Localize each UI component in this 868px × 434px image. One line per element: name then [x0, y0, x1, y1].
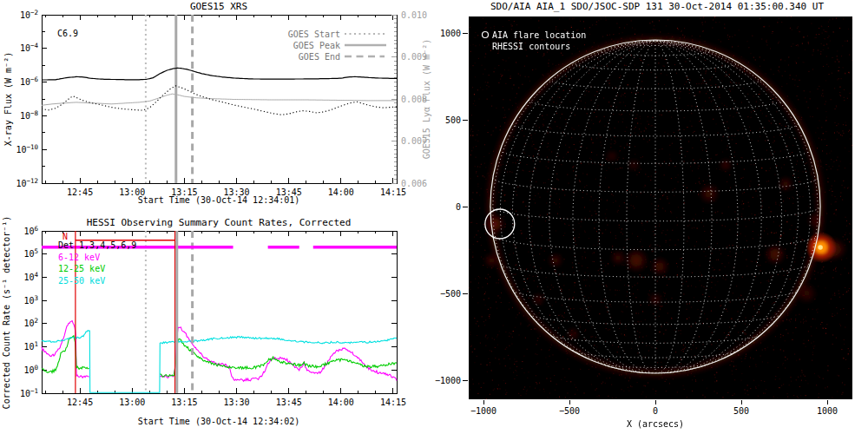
y-tick-label: 103	[23, 294, 38, 306]
y-tick-label: 10−2	[20, 9, 38, 20]
legend-25-50kev-label: 25-50 keV	[58, 276, 105, 286]
goes-flare-class-label: C6.9	[57, 29, 78, 38]
sun-x-tick-label: −1000	[470, 406, 496, 416]
x-tick-label: 12:45	[67, 187, 93, 197]
hessi-count-rate-plot: 12:4513:0013:1513:3013:4514:0014:1510610…	[0, 217, 434, 434]
lya-flux-curve	[42, 94, 397, 105]
y-tick-label: 101	[23, 340, 38, 352]
hessi-x-axis-label: Start Time (30-Oct-14 12:34:02)	[138, 417, 300, 426]
x-tick-label: 13:00	[119, 398, 145, 407]
y-tick-label: 105	[23, 247, 38, 259]
x-tick-label: 14:00	[328, 398, 354, 407]
rhessi-browser-screenshot: 12:4513:0013:1513:3013:4514:0014:1510−21…	[0, 0, 868, 434]
hessi-curve-25-50-kev	[42, 331, 397, 393]
x-tick-label: 13:30	[223, 398, 249, 407]
goes-y-axis-label: X-ray Flux (W m⁻²)	[3, 52, 13, 146]
sun-x-tick-label: 1000	[817, 406, 838, 416]
x-tick-label: 14:15	[380, 187, 406, 197]
sun-x-tick-label: 0	[653, 406, 658, 416]
y-tick-label: 10−1	[20, 387, 38, 398]
x-tick-label: 13:45	[276, 398, 302, 407]
hessi-y-axis-label: Corrected Count Rate (s⁻¹ detector⁻¹)	[2, 217, 11, 409]
y-tick-label: 10−10	[16, 143, 38, 155]
x-tick-label: 14:00	[328, 187, 354, 197]
y-tick-label: 10−6	[20, 76, 39, 87]
x-tick-label: 14:15	[380, 398, 406, 407]
sun-y-tick-label: 500	[445, 115, 461, 125]
sun-y-tick-label: −500	[440, 289, 461, 299]
legend-goes-peak-label: GOES Peak	[293, 41, 340, 50]
y2-tick-label: 0.006	[401, 179, 427, 188]
legend-6-12kev-label: 6-12 keV	[58, 253, 100, 262]
x-tick-label: 13:15	[171, 398, 197, 407]
legend-goes-start-label: GOES Start	[288, 30, 340, 39]
flare-location-legend-label: AIA flare location	[492, 30, 586, 40]
sun-y-tick-label: 1000	[440, 29, 461, 38]
hessi-curve-12-25-kev	[160, 339, 397, 377]
goes-long-channel-curve	[42, 68, 397, 80]
y-tick-label: 100	[23, 364, 38, 375]
sun-image-title: SDO/AIA AIA_1 SDO/JSOC-SDP 131 30-Oct-20…	[490, 1, 824, 12]
hessi-plot-title: HESSI Observing Summary Count Rates, Cor…	[87, 217, 352, 228]
legend-12-25kev-label: 12-25 keV	[58, 264, 105, 273]
rhessi-contours-legend-label: RHESSI contours	[492, 42, 570, 51]
sun-x-axis-label: X (arcsecs)	[627, 419, 684, 429]
legend-goes-end-label: GOES End	[299, 52, 340, 62]
solar-disk-panel: SDO/AIA AIA_1 SDO/JSOC-SDP 131 30-Oct-20…	[434, 0, 868, 434]
x-tick-label: 12:45	[67, 398, 93, 407]
y2-tick-label: 0.010	[401, 10, 427, 20]
solar-image-background	[469, 16, 852, 399]
y-tick-label: 10−4	[20, 42, 39, 53]
y-tick-label: 102	[23, 317, 38, 328]
goes-plot-title: GOES15 XRS	[190, 1, 247, 12]
y-tick-label: 10−12	[16, 177, 38, 188]
hessi-legend: Det 1,3,4,5,6,9 6-12 keV 12-25 keV 25-50…	[58, 240, 136, 286]
goes-y2-axis-label: GOES15 Lyα Flux (W m⁻²)	[422, 39, 431, 159]
sun-y-tick-label: −1000	[435, 376, 461, 385]
sun-y-tick-label: 0	[456, 202, 461, 212]
y-tick-label: 106	[23, 225, 38, 236]
y-tick-label: 104	[23, 271, 38, 282]
sun-x-tick-label: 500	[733, 406, 749, 416]
goes-x-axis-label: Start Time (30-Oct-14 12:34:01)	[138, 195, 300, 205]
sun-x-tick-label: −500	[559, 406, 580, 416]
goes-legend: GOES Start GOES Peak GOES End	[288, 30, 386, 62]
legend-detectors-label: Det 1,3,4,5,6,9	[58, 240, 136, 250]
goes-xrs-plot: 12:4513:0013:1513:3013:4514:0014:1510−21…	[0, 0, 434, 217]
y-tick-label: 10−8	[20, 109, 39, 121]
